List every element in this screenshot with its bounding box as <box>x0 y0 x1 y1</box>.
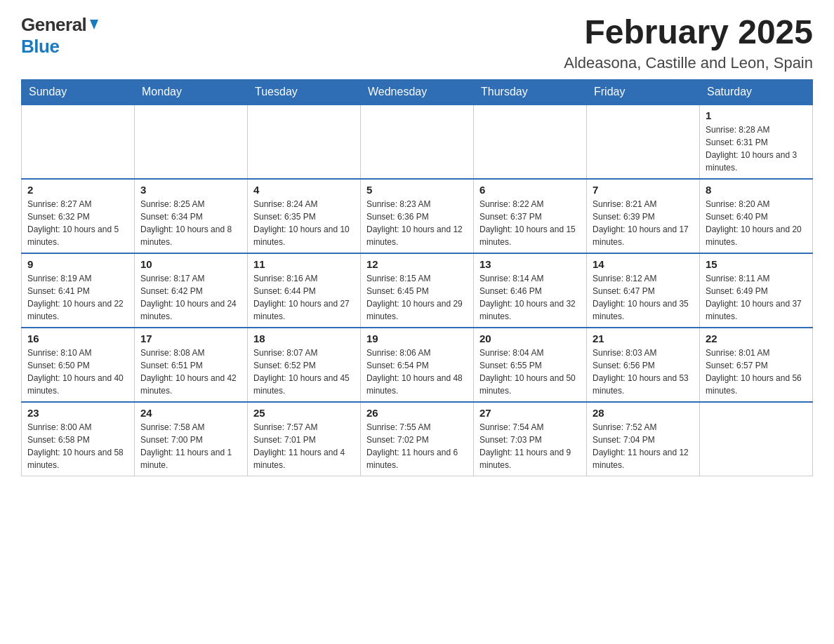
day-number: 10 <box>140 258 241 270</box>
day-info: Sunrise: 8:22 AMSunset: 6:37 PMDaylight:… <box>479 198 581 248</box>
calendar-day-cell <box>248 105 361 179</box>
day-info: Sunrise: 8:04 AMSunset: 6:55 PMDaylight:… <box>479 347 581 397</box>
calendar-day-cell: 16Sunrise: 8:10 AMSunset: 6:50 PMDayligh… <box>22 328 135 402</box>
day-of-week-header: Tuesday <box>248 79 361 105</box>
svg-marker-0 <box>90 20 98 29</box>
day-number: 3 <box>140 184 241 196</box>
calendar-day-cell: 14Sunrise: 8:12 AMSunset: 6:47 PMDayligh… <box>587 253 700 328</box>
calendar-table: SundayMondayTuesdayWednesdayThursdayFrid… <box>21 79 813 476</box>
calendar-day-cell: 15Sunrise: 8:11 AMSunset: 6:49 PMDayligh… <box>700 253 813 328</box>
day-info: Sunrise: 8:11 AMSunset: 6:49 PMDaylight:… <box>706 272 807 323</box>
day-number: 17 <box>140 333 241 344</box>
calendar-subtitle: Aldeasona, Castille and Leon, Spain <box>564 54 813 72</box>
day-info: Sunrise: 8:15 AMSunset: 6:45 PMDaylight:… <box>366 272 468 323</box>
day-info: Sunrise: 8:21 AMSunset: 6:39 PMDaylight:… <box>593 198 694 248</box>
logo-blue: Blue <box>21 36 59 57</box>
calendar-day-cell: 26Sunrise: 7:55 AMSunset: 7:02 PMDayligh… <box>361 402 474 476</box>
calendar-day-cell: 1Sunrise: 8:28 AMSunset: 6:31 PMDaylight… <box>700 105 813 179</box>
calendar-day-cell: 23Sunrise: 8:00 AMSunset: 6:58 PMDayligh… <box>22 402 135 476</box>
calendar-title: February 2025 <box>564 14 813 51</box>
calendar-day-cell: 9Sunrise: 8:19 AMSunset: 6:41 PMDaylight… <box>22 253 135 328</box>
day-number: 27 <box>479 407 581 419</box>
calendar-day-cell: 21Sunrise: 8:03 AMSunset: 6:56 PMDayligh… <box>587 328 700 402</box>
calendar-day-cell: 12Sunrise: 8:15 AMSunset: 6:45 PMDayligh… <box>361 253 474 328</box>
calendar-day-cell: 11Sunrise: 8:16 AMSunset: 6:44 PMDayligh… <box>248 253 361 328</box>
calendar-day-cell <box>361 105 474 179</box>
day-number: 1 <box>706 109 807 121</box>
day-info: Sunrise: 8:03 AMSunset: 6:56 PMDaylight:… <box>593 347 694 397</box>
day-info: Sunrise: 8:27 AMSunset: 6:32 PMDaylight:… <box>27 198 128 248</box>
day-number: 14 <box>593 258 694 270</box>
day-info: Sunrise: 7:52 AMSunset: 7:04 PMDaylight:… <box>593 421 694 471</box>
day-info: Sunrise: 8:10 AMSunset: 6:50 PMDaylight:… <box>27 347 128 397</box>
calendar-day-cell: 17Sunrise: 8:08 AMSunset: 6:51 PMDayligh… <box>135 328 248 402</box>
day-number: 18 <box>253 333 355 344</box>
day-info: Sunrise: 8:12 AMSunset: 6:47 PMDaylight:… <box>593 272 694 323</box>
day-number: 15 <box>706 258 807 270</box>
day-of-week-header: Saturday <box>700 79 813 105</box>
calendar-day-cell: 6Sunrise: 8:22 AMSunset: 6:37 PMDaylight… <box>474 179 587 253</box>
day-number: 7 <box>593 184 694 196</box>
day-number: 20 <box>479 333 581 344</box>
day-number: 4 <box>253 184 355 196</box>
day-of-week-header: Wednesday <box>361 79 474 105</box>
page-header: General Blue February 2025 Aldeasona, Ca… <box>21 14 813 72</box>
calendar-day-cell: 25Sunrise: 7:57 AMSunset: 7:01 PMDayligh… <box>248 402 361 476</box>
calendar-day-cell <box>135 105 248 179</box>
day-number: 9 <box>27 258 128 270</box>
day-number: 23 <box>27 407 128 419</box>
day-info: Sunrise: 8:08 AMSunset: 6:51 PMDaylight:… <box>140 347 241 397</box>
day-info: Sunrise: 8:07 AMSunset: 6:52 PMDaylight:… <box>253 347 355 397</box>
calendar-week-row: 2Sunrise: 8:27 AMSunset: 6:32 PMDaylight… <box>22 179 813 253</box>
calendar-week-row: 9Sunrise: 8:19 AMSunset: 6:41 PMDaylight… <box>22 253 813 328</box>
calendar-week-row: 23Sunrise: 8:00 AMSunset: 6:58 PMDayligh… <box>22 402 813 476</box>
day-info: Sunrise: 8:17 AMSunset: 6:42 PMDaylight:… <box>140 272 241 323</box>
day-info: Sunrise: 8:20 AMSunset: 6:40 PMDaylight:… <box>706 198 807 248</box>
day-number: 6 <box>479 184 581 196</box>
day-number: 21 <box>593 333 694 344</box>
day-info: Sunrise: 8:23 AMSunset: 6:36 PMDaylight:… <box>366 198 468 248</box>
day-info: Sunrise: 8:06 AMSunset: 6:54 PMDaylight:… <box>366 347 468 397</box>
day-info: Sunrise: 8:00 AMSunset: 6:58 PMDaylight:… <box>27 421 128 471</box>
calendar-day-cell: 3Sunrise: 8:25 AMSunset: 6:34 PMDaylight… <box>135 179 248 253</box>
day-number: 22 <box>706 333 807 344</box>
day-number: 16 <box>27 333 128 344</box>
calendar-header-row: SundayMondayTuesdayWednesdayThursdayFrid… <box>22 79 813 105</box>
day-number: 13 <box>479 258 581 270</box>
day-info: Sunrise: 8:24 AMSunset: 6:35 PMDaylight:… <box>253 198 355 248</box>
day-info: Sunrise: 8:01 AMSunset: 6:57 PMDaylight:… <box>706 347 807 397</box>
day-info: Sunrise: 7:57 AMSunset: 7:01 PMDaylight:… <box>253 421 355 471</box>
calendar-day-cell <box>700 402 813 476</box>
logo-general: General <box>21 14 86 36</box>
calendar-day-cell: 27Sunrise: 7:54 AMSunset: 7:03 PMDayligh… <box>474 402 587 476</box>
calendar-day-cell: 24Sunrise: 7:58 AMSunset: 7:00 PMDayligh… <box>135 402 248 476</box>
calendar-day-cell <box>474 105 587 179</box>
day-number: 8 <box>706 184 807 196</box>
calendar-day-cell: 5Sunrise: 8:23 AMSunset: 6:36 PMDaylight… <box>361 179 474 253</box>
day-number: 19 <box>366 333 468 344</box>
day-info: Sunrise: 8:25 AMSunset: 6:34 PMDaylight:… <box>140 198 241 248</box>
day-info: Sunrise: 7:58 AMSunset: 7:00 PMDaylight:… <box>140 421 241 471</box>
day-number: 5 <box>366 184 468 196</box>
day-of-week-header: Sunday <box>22 79 135 105</box>
calendar-day-cell: 10Sunrise: 8:17 AMSunset: 6:42 PMDayligh… <box>135 253 248 328</box>
title-block: February 2025 Aldeasona, Castille and Le… <box>564 14 813 72</box>
calendar-day-cell: 28Sunrise: 7:52 AMSunset: 7:04 PMDayligh… <box>587 402 700 476</box>
calendar-day-cell <box>587 105 700 179</box>
day-number: 11 <box>253 258 355 270</box>
day-info: Sunrise: 7:54 AMSunset: 7:03 PMDaylight:… <box>479 421 581 471</box>
calendar-day-cell: 7Sunrise: 8:21 AMSunset: 6:39 PMDaylight… <box>587 179 700 253</box>
calendar-day-cell <box>22 105 135 179</box>
day-number: 12 <box>366 258 468 270</box>
logo: General Blue <box>21 14 100 58</box>
logo-arrow-icon <box>88 18 100 34</box>
day-number: 28 <box>593 407 694 419</box>
calendar-day-cell: 18Sunrise: 8:07 AMSunset: 6:52 PMDayligh… <box>248 328 361 402</box>
calendar-day-cell: 20Sunrise: 8:04 AMSunset: 6:55 PMDayligh… <box>474 328 587 402</box>
calendar-week-row: 1Sunrise: 8:28 AMSunset: 6:31 PMDaylight… <box>22 105 813 179</box>
day-info: Sunrise: 8:16 AMSunset: 6:44 PMDaylight:… <box>253 272 355 323</box>
day-number: 2 <box>27 184 128 196</box>
day-number: 24 <box>140 407 241 419</box>
calendar-week-row: 16Sunrise: 8:10 AMSunset: 6:50 PMDayligh… <box>22 328 813 402</box>
calendar-day-cell: 22Sunrise: 8:01 AMSunset: 6:57 PMDayligh… <box>700 328 813 402</box>
